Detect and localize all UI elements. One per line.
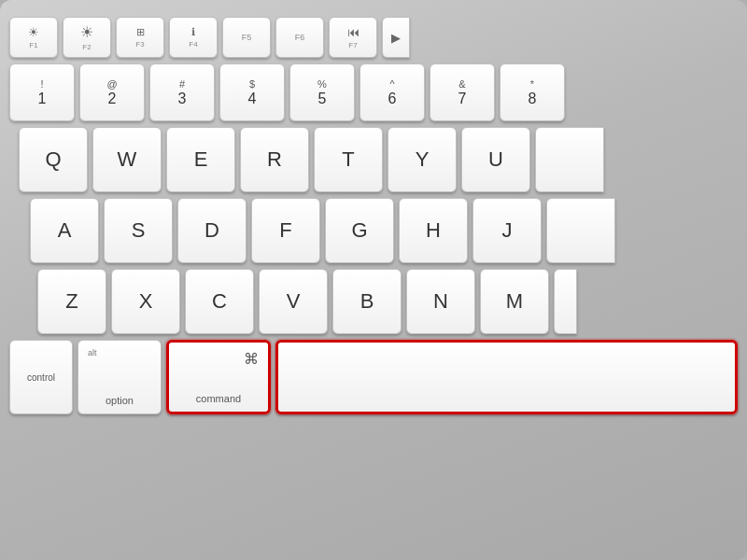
key-t[interactable]: T — [314, 127, 383, 192]
info-icon: ℹ — [191, 26, 195, 38]
key-6[interactable]: ^ 6 — [359, 63, 425, 121]
key-k[interactable] — [546, 198, 615, 263]
brightness-low-icon: ☀ — [28, 25, 39, 39]
asdf-row: A S D F G H J — [9, 198, 738, 263]
key-f4[interactable]: ℹ F4 — [169, 17, 218, 58]
control-label: control — [27, 372, 55, 383]
fn-row: ☀ F1 ☀ F2 ⊞ F3 ℹ F4 F5 F6 ⏮ F7 ▶ — [9, 17, 738, 58]
key-q[interactable]: Q — [19, 127, 88, 192]
play-icon: ▶ — [391, 31, 401, 45]
key-f[interactable]: F — [251, 198, 320, 263]
key-f1[interactable]: ☀ F1 — [9, 17, 58, 58]
key-b[interactable]: B — [332, 269, 402, 334]
key-u[interactable]: U — [461, 127, 530, 192]
key-4[interactable]: $ 4 — [219, 63, 285, 121]
alt-label: alt — [88, 348, 97, 358]
key-comma[interactable] — [554, 269, 577, 334]
key-j[interactable]: J — [472, 198, 542, 263]
option-label: option — [106, 395, 134, 406]
num-row: ! 1 @ 2 # 3 $ 4 % 5 ^ 6 & 7 * 8 — [9, 63, 738, 121]
key-f6[interactable]: F6 — [275, 17, 324, 58]
key-f7[interactable]: ⏮ F7 — [329, 17, 377, 58]
key-7[interactable]: & 7 — [430, 63, 495, 121]
key-command[interactable]: ⌘ command — [166, 340, 271, 414]
key-r[interactable]: R — [240, 127, 309, 192]
key-n[interactable]: N — [406, 269, 475, 334]
grid-icon: ⊞ — [136, 26, 145, 38]
rewind-icon: ⏮ — [347, 25, 359, 39]
key-f5[interactable]: F5 — [222, 17, 271, 58]
key-a[interactable]: A — [30, 198, 99, 263]
key-8[interactable]: * 8 — [500, 63, 565, 121]
key-2[interactable]: @ 2 — [79, 63, 145, 121]
key-spacebar[interactable] — [275, 340, 738, 414]
key-x[interactable]: X — [111, 269, 180, 334]
key-control[interactable]: control — [9, 340, 73, 414]
key-i[interactable] — [535, 127, 604, 192]
key-s[interactable]: S — [104, 198, 173, 263]
key-f8[interactable]: ▶ — [382, 17, 410, 58]
key-f2[interactable]: ☀ F2 — [63, 17, 111, 58]
command-symbol: ⌘ — [244, 350, 259, 368]
brightness-high-icon: ☀ — [80, 23, 93, 41]
command-label: command — [196, 393, 241, 404]
key-3[interactable]: # 3 — [149, 63, 215, 121]
zxcv-row: Z X C V B N M — [9, 269, 738, 334]
key-d[interactable]: D — [177, 198, 247, 263]
key-w[interactable]: W — [92, 127, 162, 192]
key-g[interactable]: G — [325, 198, 394, 263]
bottom-row: control alt option ⌘ command — [9, 340, 738, 414]
key-c[interactable]: C — [185, 269, 254, 334]
key-5[interactable]: % 5 — [289, 63, 355, 121]
key-h[interactable]: H — [399, 198, 468, 263]
key-f3[interactable]: ⊞ F3 — [116, 17, 164, 58]
key-v[interactable]: V — [259, 269, 328, 334]
key-e[interactable]: E — [166, 127, 235, 192]
key-y[interactable]: Y — [388, 127, 457, 192]
key-1[interactable]: ! 1 — [9, 63, 75, 121]
keyboard: ☀ F1 ☀ F2 ⊞ F3 ℹ F4 F5 F6 ⏮ F7 ▶ — [0, 0, 747, 560]
qwerty-row: Q W E R T Y U — [9, 127, 738, 192]
key-option[interactable]: alt option — [78, 340, 162, 414]
key-z[interactable]: Z — [37, 269, 106, 334]
key-m[interactable]: M — [480, 269, 549, 334]
